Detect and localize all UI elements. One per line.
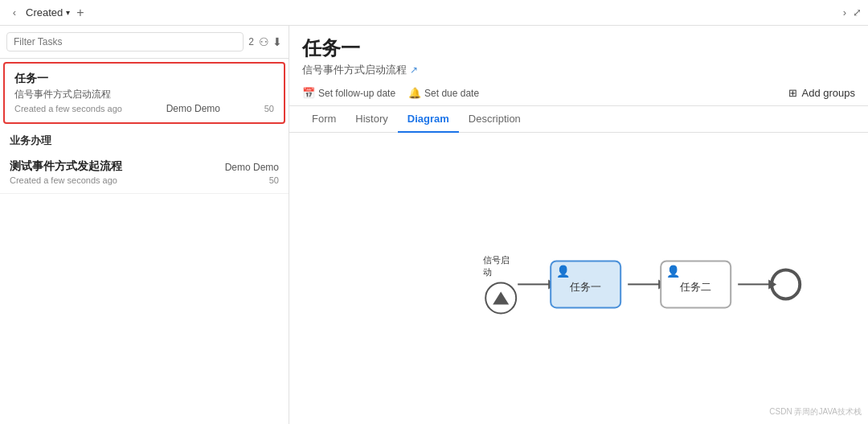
collapse-right-icon[interactable]: › (843, 6, 846, 19)
tabs: Form History Diagram Description (289, 106, 868, 133)
bpmn-arrow-2 (621, 283, 660, 285)
main-layout: 2 ⚇ ⬇ 任务一 信号事件方式启动流程 Created a few secon… (0, 26, 868, 424)
due-date-label: Set due date (424, 88, 479, 99)
task-item-assignee: Demo Demo (166, 103, 220, 114)
left-panel: 2 ⚇ ⬇ 任务一 信号事件方式启动流程 Created a few secon… (0, 26, 289, 424)
add-groups-icon: ⊞ (788, 87, 797, 99)
due-date-button[interactable]: 🔔 Set due date (408, 87, 479, 99)
task-item-subtitle: 信号事件方式启动流程 (14, 88, 274, 101)
task-item-time-2: Created a few seconds ago (10, 175, 117, 185)
top-bar-title[interactable]: Created ▾ (26, 6, 70, 19)
add-groups-label: Add groups (802, 87, 856, 99)
top-bar-title-label: Created (26, 6, 63, 19)
diagram-area: 信号启动 👤 任务一 (289, 133, 868, 424)
bpmn-arrow-1 (518, 283, 550, 285)
follow-up-icon: 📅 (302, 87, 315, 99)
search-icons: ⚇ ⬇ (259, 35, 282, 48)
add-tab-button[interactable]: + (76, 6, 84, 20)
arrow-line-2 (628, 283, 660, 285)
task-item-meta-2: 测试事件方式发起流程 Demo Demo (10, 159, 279, 175)
follow-up-button[interactable]: 📅 Set follow-up date (302, 87, 395, 99)
bpmn-start-event[interactable] (485, 282, 517, 314)
task-list: 任务一 信号事件方式启动流程 Created a few seconds ago… (0, 59, 289, 424)
arrow-line-1 (518, 283, 550, 285)
bpmn-task-2-label: 任务二 (680, 280, 711, 294)
tab-diagram[interactable]: Diagram (398, 106, 459, 133)
right-panel: 任务一 信号事件方式启动流程 ↗ 📅 Set follow-up date 🔔 … (289, 26, 868, 424)
bpmn-task-2-icon: 👤 (666, 265, 680, 278)
task-main-title: 任务一 (302, 35, 360, 61)
sort-filter-icon[interactable]: ⬇ (272, 35, 282, 48)
task-actions: 📅 Set follow-up date 🔔 Set due date ⊞ Ad… (289, 80, 868, 106)
top-bar: ‹ Created ▾ + › ⤢ (0, 0, 868, 26)
bpmn-canvas: 信号启动 👤 任务一 (483, 254, 801, 314)
bpmn-start-triangle-icon (493, 291, 509, 304)
task-item-2[interactable]: 测试事件方式发起流程 Demo Demo Created a few secon… (0, 151, 289, 194)
bpmn-arrow-3 (731, 283, 770, 285)
arrow-head-3 (768, 279, 776, 289)
section-label-business: 业务办理 (0, 127, 289, 151)
search-input[interactable] (6, 32, 244, 51)
bpmn-start-group: 信号启动 (483, 254, 518, 314)
bpmn-task-2[interactable]: 👤 任务二 (660, 260, 731, 308)
task-item-title: 任务一 (14, 72, 274, 86)
task-item-assignee-2: Demo Demo (225, 162, 279, 173)
process-name-label: 信号事件方式启动流程 (302, 63, 407, 77)
task-item-title-2: 测试事件方式发起流程 (10, 159, 122, 174)
follow-up-label: Set follow-up date (318, 88, 395, 99)
add-groups-button[interactable]: ⊞ Add groups (788, 87, 856, 99)
task-item-meta: Created a few seconds ago Demo Demo 50 (14, 103, 274, 114)
due-date-icon: 🔔 (408, 87, 421, 99)
task-process-name: 信号事件方式启动流程 ↗ (302, 63, 855, 77)
bpmn-task-1[interactable]: 👤 任务一 (550, 260, 621, 308)
process-link-icon[interactable]: ↗ (410, 64, 418, 76)
task-item-time: Created a few seconds ago (14, 104, 122, 113)
task-item-priority: 50 (264, 104, 274, 113)
link-filter-icon[interactable]: ⚇ (259, 35, 269, 48)
top-bar-dropdown-icon[interactable]: ▾ (66, 8, 70, 17)
tab-description[interactable]: Description (459, 106, 530, 133)
tab-form[interactable]: Form (302, 106, 346, 133)
collapse-panel-icon[interactable]: ‹ (6, 5, 23, 21)
task-title-row: 任务一 (302, 35, 855, 61)
bpmn-start-label: 信号启动 (483, 254, 518, 278)
top-bar-right-icons: › ⤢ (843, 6, 862, 19)
watermark: CSDN 弄周的JAVA技术栈 (769, 406, 862, 418)
expand-icon[interactable]: ⤢ (853, 6, 862, 19)
arrow-line-3 (738, 283, 770, 285)
filter-count: 2 (248, 36, 254, 47)
task-header: 任务一 信号事件方式启动流程 ↗ (289, 26, 868, 80)
tab-history[interactable]: History (346, 106, 397, 133)
task-item-bottom-meta-2: Created a few seconds ago 50 (10, 175, 279, 185)
bpmn-task-1-icon: 👤 (556, 265, 570, 278)
bpmn-task-1-label: 任务一 (570, 280, 601, 294)
task-item-priority-2: 50 (269, 175, 279, 185)
task-item-selected[interactable]: 任务一 信号事件方式启动流程 Created a few seconds ago… (3, 62, 285, 124)
search-bar: 2 ⚇ ⬇ (0, 26, 289, 59)
